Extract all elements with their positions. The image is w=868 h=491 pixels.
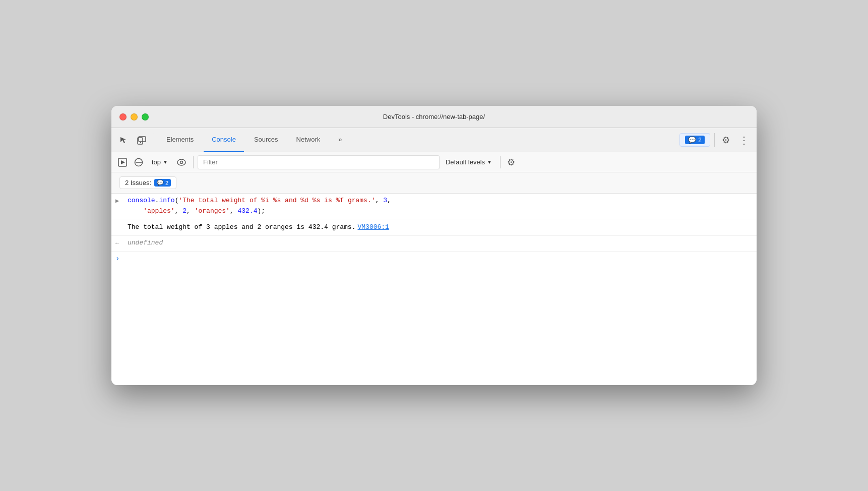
tab-console[interactable]: Console <box>204 128 244 152</box>
settings-button[interactable]: ⚙ <box>719 132 733 149</box>
live-expressions-button[interactable] <box>174 155 189 169</box>
code-line-2: 'apples', 2, 'oranges', 432.4); <box>128 206 753 217</box>
issues-chat-icon-small: 💬 <box>157 179 164 186</box>
issues-tag[interactable]: 2 Issues: 💬 2 <box>119 176 176 189</box>
devtools-toolbar: Elements Console Sources Network » 💬 2 ⚙ <box>111 128 757 152</box>
issues-chat-icon: 💬 <box>688 136 696 144</box>
console-toolbar-divider <box>193 156 194 168</box>
devtools-window: DevTools - chrome://new-tab-page/ Elemen… <box>111 106 757 385</box>
context-selector[interactable]: top ▼ <box>148 156 172 168</box>
tab-divider-left <box>154 133 154 147</box>
tab-sources[interactable]: Sources <box>246 128 286 152</box>
output-text: The total weight of 3 apples and 2 orang… <box>128 222 355 233</box>
device-toolbar-button[interactable] <box>134 132 150 148</box>
dropdown-arrow-icon: ▼ <box>163 159 168 165</box>
device-icon <box>137 135 147 145</box>
minimize-button[interactable] <box>131 113 138 120</box>
run-button[interactable] <box>115 155 130 169</box>
window-title: DevTools - chrome://new-tab-page/ <box>383 113 485 120</box>
issues-bar: 2 Issues: 💬 2 <box>111 172 757 194</box>
console-entry-info: ▶ console.info('The total weight of %i %… <box>111 194 757 219</box>
inspect-icon <box>118 135 129 145</box>
vm-link[interactable]: VM3006:1 <box>357 222 389 233</box>
issues-badge: 💬 2 <box>685 136 705 144</box>
console-entry-output: The total weight of 3 apples and 2 orang… <box>111 219 757 236</box>
tab-elements[interactable]: Elements <box>158 128 202 152</box>
console-entry-return: ← undefined <box>111 236 757 251</box>
entry-content-code: console.info('The total weight of %i %s … <box>128 196 753 217</box>
issues-button[interactable]: 💬 2 <box>679 133 710 147</box>
tab-network[interactable]: Network <box>288 128 329 152</box>
inspect-element-button[interactable] <box>115 132 132 148</box>
output-line: The total weight of 3 apples and 2 orang… <box>128 221 389 234</box>
console-prompt[interactable]: › <box>111 252 757 266</box>
console-gear-icon: ⚙ <box>507 157 515 167</box>
title-bar: DevTools - chrome://new-tab-page/ <box>111 106 757 128</box>
issues-icon-badge: 💬 2 <box>154 179 171 187</box>
eye-icon <box>176 158 187 167</box>
gear-icon: ⚙ <box>722 135 730 145</box>
clear-icon <box>134 158 143 167</box>
close-button[interactable] <box>119 113 127 120</box>
clear-console-button[interactable] <box>132 155 146 169</box>
return-value: undefined <box>128 238 163 249</box>
console-settings-button[interactable]: ⚙ <box>505 154 518 170</box>
console-output: ▶ console.info('The total weight of %i %… <box>111 194 757 385</box>
svg-point-8 <box>180 161 182 163</box>
svg-marker-4 <box>121 160 125 164</box>
log-levels-selector[interactable]: Default levels ▼ <box>442 156 496 168</box>
expand-arrow[interactable]: ▶ <box>115 196 123 206</box>
filter-input[interactable] <box>198 155 440 169</box>
console-toolbar-divider2 <box>500 156 501 168</box>
run-icon <box>118 158 127 167</box>
levels-dropdown-icon: ▼ <box>487 159 492 165</box>
more-options-button[interactable]: ⋮ <box>735 132 753 148</box>
traffic-lights <box>119 113 149 120</box>
prompt-arrow-icon: › <box>115 255 119 263</box>
tab-divider-right <box>714 133 715 147</box>
console-toolbar: top ▼ Default levels ▼ ⚙ <box>111 152 757 172</box>
maximize-button[interactable] <box>142 113 149 120</box>
return-arrow: ← <box>115 238 123 249</box>
code-line-1: console.info('The total weight of %i %s … <box>128 196 753 206</box>
svg-point-7 <box>177 159 185 165</box>
kebab-icon: ⋮ <box>739 135 749 146</box>
tab-more[interactable]: » <box>330 128 350 152</box>
